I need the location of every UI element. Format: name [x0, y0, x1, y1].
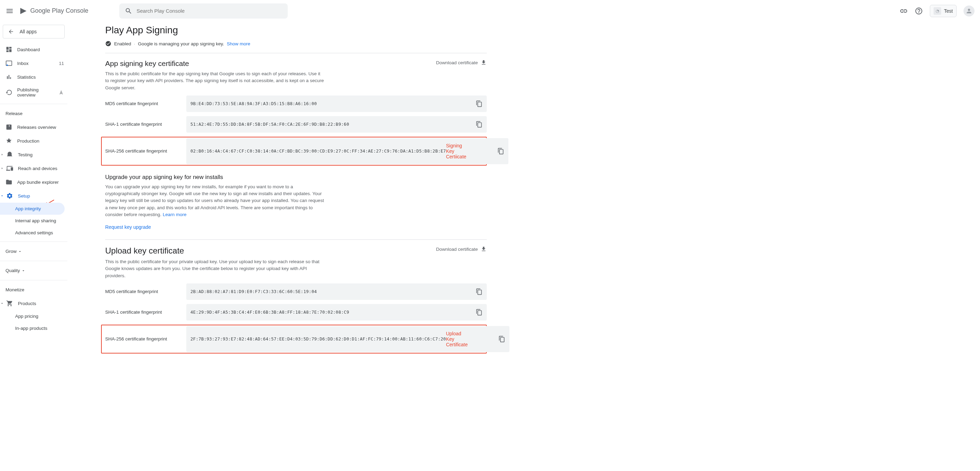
- sidebar-item-statistics[interactable]: Statistics: [0, 70, 67, 84]
- fp-label: SHA-1 certificate fingerprint: [105, 122, 186, 127]
- status-desc: Google is managing your app signing key.: [138, 41, 224, 46]
- copy-icon[interactable]: [476, 100, 483, 107]
- sidebar-item-testing[interactable]: Testing: [0, 148, 67, 162]
- download-icon: [480, 59, 487, 66]
- copy-icon[interactable]: [476, 309, 483, 316]
- section-quality[interactable]: Quality: [0, 264, 67, 277]
- sidebar-label: Internal app sharing: [15, 218, 56, 223]
- download-upload-cert[interactable]: Download certificate: [436, 246, 487, 252]
- sidebar-label: Statistics: [17, 75, 36, 80]
- sidebar-label: App integrity: [15, 206, 41, 211]
- chevron-down-icon: [18, 249, 22, 254]
- section-monetize: Monetize: [0, 283, 67, 297]
- sidebar-label: Dashboard: [17, 47, 40, 52]
- help-icon[interactable]: [915, 7, 923, 15]
- page-title: Play App Signing: [105, 25, 487, 36]
- releases-icon: [5, 124, 13, 130]
- signing-section-title: App signing key certificate: [105, 59, 325, 68]
- fp-value: 2F:7B:93:27:93:E7:82:48:AD:64:57:EE:D4:0…: [191, 336, 446, 341]
- sidebar-item-dashboard[interactable]: Dashboard: [0, 43, 67, 56]
- sidebar-item-releases-overview[interactable]: Releases overview: [0, 120, 67, 134]
- section-grow[interactable]: Grow: [0, 244, 67, 258]
- sidebar-label: App bundle explorer: [17, 180, 59, 185]
- sidebar-label: App pricing: [15, 314, 38, 319]
- publishing-icon: [5, 89, 13, 96]
- signing-md5-row: MD5 certificate fingerprint 9B:E4:DD:73:…: [105, 95, 487, 112]
- logo-text: Google Play Console: [30, 7, 88, 14]
- copy-icon[interactable]: [476, 121, 483, 128]
- sidebar-label: Setup: [18, 193, 30, 198]
- request-upgrade-link[interactable]: Request key upgrade: [105, 224, 151, 230]
- check-circle-icon: [105, 41, 111, 47]
- sidebar-item-products[interactable]: Products: [0, 297, 67, 310]
- copy-icon[interactable]: [498, 336, 505, 343]
- inbox-icon: [5, 60, 13, 67]
- upload-sha256-row: SHA-256 certificate fingerprint 2F:7B:93…: [101, 325, 487, 354]
- search-icon: [125, 7, 132, 15]
- sidebar-item-internal-sharing[interactable]: Internal app sharing: [0, 215, 67, 227]
- fp-value: 02:B0:16:4A:C4:67:CF:C0:38:14:0A:CF:BD:B…: [191, 148, 446, 154]
- caret-down-icon: [0, 301, 4, 305]
- inbox-badge: 11: [59, 61, 64, 66]
- status-enabled: Enabled: [114, 41, 131, 46]
- download-icon: [480, 246, 487, 252]
- sidebar-label: In-app products: [15, 326, 48, 331]
- sidebar-item-production[interactable]: Production: [0, 134, 67, 148]
- cart-icon: [6, 300, 13, 307]
- search-input[interactable]: [137, 8, 282, 14]
- svg-point-0: [6, 65, 8, 66]
- sidebar-item-inbox[interactable]: Inbox 11: [0, 56, 67, 70]
- sidebar-item-reach[interactable]: Reach and devices: [0, 162, 67, 175]
- caret-right-icon: [0, 152, 4, 157]
- caret-right-icon: [0, 166, 4, 170]
- sidebar-item-setup[interactable]: Setup: [0, 189, 67, 203]
- upgrade-desc: You can upgrade your app signing key for…: [105, 184, 325, 218]
- fp-label: SHA-256 certificate fingerprint: [105, 148, 186, 154]
- chevron-down-icon: [21, 269, 25, 273]
- sidebar-item-advanced-settings[interactable]: Advanced settings: [0, 227, 67, 239]
- fp-label: MD5 certificate fingerprint: [105, 289, 186, 294]
- upload-md5-row: MD5 certificate fingerprint 2B:AD:88:02:…: [105, 284, 487, 300]
- sidebar-item-app-integrity[interactable]: App integrity: [0, 203, 65, 215]
- sidebar-item-inapp-products[interactable]: In-app products: [0, 322, 67, 334]
- download-signing-cert[interactable]: Download certificate: [436, 59, 487, 66]
- fp-label: MD5 certificate fingerprint: [105, 101, 186, 106]
- show-more-link[interactable]: Show more: [227, 41, 250, 46]
- sidebar-item-bundle-explorer[interactable]: App bundle explorer: [0, 175, 67, 189]
- upgrade-title: Upgrade your app signing key for new ins…: [105, 174, 487, 181]
- sidebar-item-publishing[interactable]: Publishing overview: [0, 84, 67, 101]
- fp-value: 4E:29:9D:4F:A5:3B:C4:4F:E0:6B:3B:A8:FF:1…: [191, 309, 349, 315]
- user-avatar[interactable]: [964, 5, 975, 16]
- caret-down-icon: [0, 194, 4, 198]
- header: Google Play Console ◔ Test: [0, 0, 980, 22]
- status-row: Enabled · Google is managing your app si…: [105, 41, 487, 53]
- copy-icon[interactable]: [476, 288, 483, 295]
- fp-value: 2B:AD:88:02:A7:81:D9:E0:F7:C3:33:6C:60:5…: [191, 289, 317, 294]
- production-icon: [5, 137, 13, 144]
- sidebar-label: Advanced settings: [15, 230, 53, 235]
- signing-section-desc: This is the public certificate for the a…: [105, 70, 325, 91]
- logo[interactable]: Google Play Console: [19, 7, 88, 15]
- back-label: All apps: [20, 29, 37, 34]
- signing-sha256-row: SHA-256 certificate fingerprint 02:B0:16…: [101, 137, 487, 166]
- sidebar-label: Products: [18, 301, 36, 306]
- play-logo-icon: [19, 7, 27, 15]
- link-icon[interactable]: [900, 7, 908, 15]
- search-bar[interactable]: [119, 3, 288, 19]
- learn-more-link[interactable]: Learn more: [162, 212, 186, 217]
- sidebar-label: Testing: [18, 152, 33, 157]
- fp-value: 51:A2:4E:7D:55:DD:DA:8F:5B:DF:5A:F0:CA:2…: [191, 122, 349, 127]
- testing-icon: [6, 151, 13, 158]
- app-selector[interactable]: ◔ Test: [930, 5, 957, 17]
- devices-icon: [6, 165, 13, 172]
- sidebar-label: Inbox: [17, 61, 29, 66]
- upload-section-title: Upload key certificate: [105, 246, 325, 255]
- copy-icon[interactable]: [497, 148, 504, 155]
- section-release: Release: [0, 107, 67, 120]
- upload-sha1-row: SHA-1 certificate fingerprint 4E:29:9D:4…: [105, 304, 487, 320]
- gear-icon: [6, 192, 13, 199]
- sidebar-label: Production: [17, 138, 40, 144]
- sidebar-item-app-pricing[interactable]: App pricing: [0, 310, 67, 322]
- hamburger-icon[interactable]: [5, 7, 14, 15]
- back-all-apps[interactable]: All apps: [3, 25, 65, 38]
